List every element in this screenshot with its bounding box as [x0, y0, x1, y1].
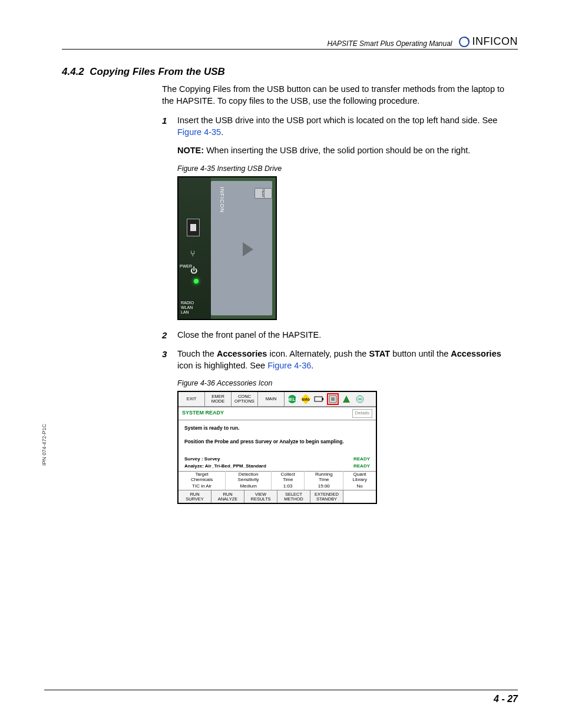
- section-heading: 4.4.2 Copying Files From the USB: [62, 66, 518, 78]
- warning-icon: [340, 393, 352, 405]
- brand-text: INFICON: [472, 35, 518, 48]
- svg-rect-6: [322, 398, 323, 400]
- battery-icon: [313, 393, 325, 405]
- run-survey-button[interactable]: RUN SURVEY: [178, 490, 211, 503]
- blank-button: [343, 490, 376, 503]
- svg-rect-8: [331, 397, 335, 401]
- usb-port-icon: [187, 219, 200, 236]
- info-icon[interactable]: info: [300, 393, 312, 405]
- page: HAPSITE Smart Plus Operating Manual INFI…: [0, 0, 562, 728]
- play-icon: [243, 242, 253, 256]
- system-ready-label: SYSTEM READY: [182, 409, 224, 418]
- figure-caption: Figure 4-35 Inserting USB Drive: [177, 164, 518, 174]
- run-analyze-button[interactable]: RUN ANALYZE: [211, 490, 244, 503]
- survey-line: Survey : Survey READY: [178, 456, 376, 464]
- ready-label: READY: [353, 463, 370, 470]
- conc-options-button[interactable]: CONC OPTIONS: [232, 392, 258, 406]
- step-text: Insert the USB drive into the USB port w…: [177, 115, 518, 138]
- figure-4-36-image: EXIT EMER MODE CONC OPTIONS MAIN HELP in…: [177, 391, 377, 504]
- body: The Copying Files from the USB button ca…: [162, 84, 518, 504]
- step-number: 3: [162, 348, 177, 371]
- select-method-button[interactable]: SELECT METHOD: [277, 490, 310, 503]
- logo-icon: [458, 36, 470, 48]
- brand-logo: INFICON: [458, 35, 518, 48]
- main-button[interactable]: MAIN: [258, 392, 285, 406]
- analyze-line: Analyze: Air_Tri-Bed_PPM_Standard READY: [178, 463, 376, 471]
- intro-paragraph: The Copying Files from the USB button ca…: [162, 84, 518, 107]
- note-label: NOTE:: [177, 146, 204, 155]
- test-button-photo: TEST: [254, 188, 272, 199]
- power-icon: ⏻: [190, 266, 197, 275]
- system-row: SYSTEM READY Details: [178, 407, 376, 420]
- step-1: 1 Insert the USB drive into the USB port…: [162, 115, 518, 138]
- step-3: 3 Touch the Accessories icon. Alternatel…: [162, 348, 518, 371]
- table-header-row: Target Chemicals Detection Sensitivity C…: [178, 472, 376, 483]
- table-data-row: TIC in Air Medium 1:03 15:00 No: [178, 483, 376, 490]
- note-block: NOTE: When inserting the USB drive, the …: [162, 145, 518, 157]
- step-number: 2: [162, 330, 177, 341]
- ready-label: READY: [353, 456, 370, 463]
- figure-4-36: Figure 4-36 Accessories Icon EXIT EMER M…: [177, 378, 518, 504]
- system-message: System is ready to run. Position the Pro…: [178, 420, 376, 456]
- status-icons: HELP info: [285, 392, 376, 406]
- svg-marker-9: [343, 396, 350, 403]
- usb-symbol-icon: ⑂: [190, 248, 195, 259]
- svg-rect-5: [315, 397, 322, 401]
- figure-link-4-36[interactable]: Figure 4-36: [267, 361, 311, 370]
- exit-button[interactable]: EXIT: [178, 392, 205, 406]
- details-button[interactable]: Details: [352, 409, 372, 418]
- svg-text:HELP: HELP: [287, 397, 297, 402]
- page-header: HAPSITE Smart Plus Operating Manual INFI…: [62, 35, 518, 50]
- led-indicator-icon: [194, 279, 199, 284]
- figure-4-35-image: INFICON TEST ⑂ PWER ⏻ RADIO WLAN LAN: [177, 176, 277, 320]
- view-results-button[interactable]: VIEW RESULTS: [244, 490, 277, 503]
- step-text: Touch the Accessories icon. Alternately,…: [177, 348, 518, 371]
- emer-mode-button[interactable]: EMER MODE: [205, 392, 232, 406]
- manual-title: HAPSITE Smart Plus Operating Manual: [327, 39, 452, 48]
- status-table: Target Chemicals Detection Sensitivity C…: [178, 471, 376, 489]
- step-2: 2 Close the front panel of the HAPSITE.: [162, 330, 518, 341]
- figure-4-35: Figure 4-35 Inserting USB Drive INFICON …: [177, 164, 518, 320]
- port-labels: RADIO WLAN LAN: [181, 301, 194, 315]
- help-icon[interactable]: HELP: [286, 393, 298, 405]
- doc-ipn: IPN 074-472-P1C: [41, 424, 47, 466]
- step-text: Close the front panel of the HAPSITE.: [177, 330, 518, 341]
- bottom-buttons: RUN SURVEY RUN ANALYZE VIEW RESULTS SELE…: [178, 490, 376, 503]
- figure-link-4-35[interactable]: Figure 4-35: [177, 127, 221, 137]
- note-text: When inserting the USB drive, the solid …: [206, 146, 470, 155]
- page-number: 4 - 27: [44, 690, 518, 704]
- accessories-icon[interactable]: [327, 393, 339, 405]
- globe-icon: [354, 393, 366, 405]
- svg-text:info: info: [302, 397, 310, 401]
- extended-standby-button[interactable]: EXTENDED STANDBY: [310, 490, 343, 503]
- step-number: 1: [162, 115, 177, 138]
- figure-caption: Figure 4-36 Accessories Icon: [177, 378, 518, 388]
- ui-topbar: EXIT EMER MODE CONC OPTIONS MAIN HELP in…: [178, 392, 376, 407]
